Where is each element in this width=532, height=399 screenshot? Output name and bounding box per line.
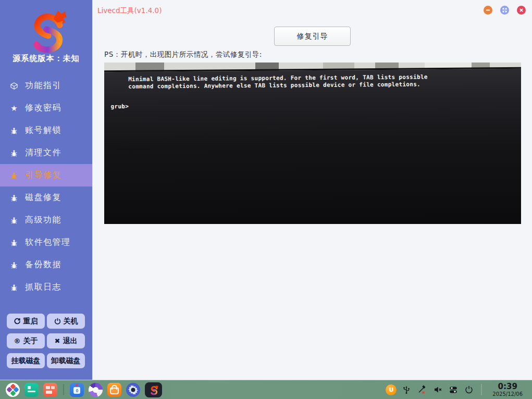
minimize-button[interactable] [484,6,492,15]
bug-icon [9,193,19,203]
monitor-screen: Minimal BASH-like line editing is suppor… [104,67,521,224]
toggles-icon[interactable] [448,384,459,395]
taskbar-launcher-area [0,382,162,397]
bug-icon [9,148,19,158]
restart-icon [14,318,21,325]
settings-gear-icon[interactable] [126,383,140,397]
volume-muted-icon[interactable] [432,384,443,395]
star-icon: ★ [9,103,19,114]
cube-icon [9,81,19,91]
sidebar-item-change-password[interactable]: ★ 修改密码 [0,97,92,119]
button-label: 关于 [23,336,38,346]
input-method-u-icon[interactable]: U [386,384,397,395]
sidebar-item-label: 功能指引 [25,80,61,91]
window-controls [484,6,526,15]
restart-button[interactable]: 重启 [7,314,45,329]
sidebar-item-label: 软件包管理 [25,237,71,248]
grub-prompt: grub> [111,100,521,110]
grub-screenshot-photo: Minimal BASH-like line editing is suppor… [104,63,521,224]
sidebar-item-backup-data[interactable]: 备份数据 [0,254,92,276]
usb-icon[interactable] [401,384,412,395]
unmount-disk-button[interactable]: 卸载磁盘 [47,353,85,368]
repair-boot-button[interactable]: 修复引导 [274,27,351,46]
system-tray: U 0:39 2025/12/06 [386,382,532,397]
sidebar-item-disk-repair[interactable]: 磁盘修复 [0,186,92,209]
clock-time: 0:39 [492,382,523,391]
bug-icon [9,238,19,248]
taskbar-separator [63,384,64,395]
ps-note-text: PS：开机时，出现图片所示情况，尝试修复引导: [104,50,262,59]
close-x-icon: ✖ [55,338,60,344]
app-store-icon[interactable] [107,383,121,397]
source-system-version: 源系统版本：未知 [0,54,92,64]
sidebar-item-label: 引导修复 [25,170,61,181]
maximize-icon [502,8,507,13]
sidebar-item-label: 备份数据 [25,259,61,270]
sidebar-item-package-management[interactable]: 软件包管理 [0,231,92,254]
sidebar-item-advanced-features[interactable]: 高级功能 [0,209,92,231]
bug-icon [9,215,19,226]
sidebar-menu: 功能指引 ★ 修改密码 账号解锁 清理文件 引导修复 [0,74,92,298]
exit-button[interactable]: ✖ 退出 [47,333,85,348]
button-label: 退出 [63,336,77,346]
livecd-tool-active-icon[interactable] [145,382,162,397]
taskbar-clock[interactable]: 0:39 2025/12/06 [488,382,527,397]
button-label: 卸载磁盘 [52,356,81,366]
browser-icon[interactable] [89,383,103,397]
sidebar-item-label: 修改密码 [25,103,61,114]
app-grid-icon[interactable] [43,383,57,397]
sidebar-item-label: 账号解锁 [25,125,61,136]
power-icon[interactable] [463,384,475,395]
sidebar-item-feature-guide[interactable]: 功能指引 [0,74,92,97]
about-button[interactable]: ® 关于 [7,333,45,348]
app-launcher-icon[interactable] [6,383,20,397]
bug-icon [9,260,19,270]
clock-date: 2025/12/06 [492,391,523,397]
button-label: 重启 [23,317,38,326]
sidebar-item-clean-files[interactable]: 清理文件 [0,142,92,164]
button-label: 关机 [64,317,78,326]
sidebar-item-label: 抓取日志 [25,282,61,293]
main-content: Livecd工具(v1.4.0) 修复引导 PS：开机时，出现图片所示情况，尝试… [92,0,532,380]
sidebar-item-label: 清理文件 [25,147,61,158]
close-icon [519,8,524,13]
button-label: 挂载磁盘 [11,356,41,366]
safe-box-icon[interactable] [70,383,84,397]
file-manager-icon[interactable] [24,383,39,397]
bug-icon [9,282,19,293]
sidebar: 源系统版本：未知 功能指引 ★ 修改密码 账号解锁 清理文件 [0,0,92,380]
dragon-logo [0,6,92,57]
sidebar-item-label: 磁盘修复 [25,192,61,203]
network-disconnected-icon[interactable] [416,384,428,395]
sidebar-item-label: 高级功能 [25,215,61,226]
maximize-button[interactable] [500,6,509,15]
tray-separator [481,384,482,395]
close-button[interactable] [517,6,526,15]
bug-icon [9,170,19,181]
bug-icon [9,126,19,136]
registered-icon: ® [14,338,21,344]
window-title: Livecd工具(v1.4.0) [97,6,162,16]
sidebar-item-grab-logs[interactable]: 抓取日志 [0,276,92,298]
mount-disk-button[interactable]: 挂载磁盘 [7,353,45,368]
sidebar-item-account-unlock[interactable]: 账号解锁 [0,119,92,142]
taskbar: U 0:39 2025/12/06 [0,380,532,399]
sidebar-item-boot-repair[interactable]: 引导修复 [0,164,92,186]
sidebar-action-buttons: 重启 关机 ® 关于 ✖ 退出 挂载磁盘 卸载磁盘 [7,314,86,368]
power-icon [54,318,61,325]
shutdown-button[interactable]: 关机 [47,314,85,329]
minimize-icon [486,8,490,13]
